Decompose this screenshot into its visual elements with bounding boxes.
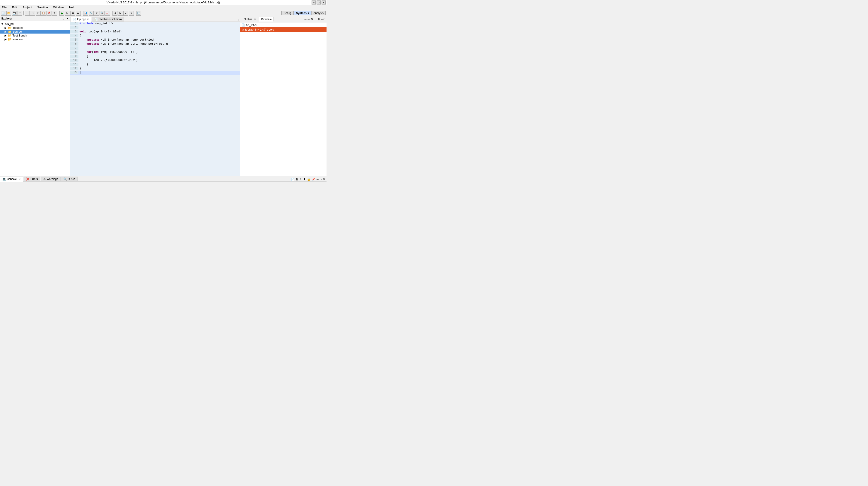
code-line-4: 4 { — [70, 34, 240, 38]
toolbar: 📄 📂 💾 🗃 ↩ ↪ ✂ 📋 📌 🗑 ▶ ▷ ⏹ ⏭ 📊 🔧 ⚙ 🔍 📈 ◀ … — [0, 10, 327, 16]
code-line-6: 6 #pragma HLS interface ap_ctrl_none por… — [70, 42, 240, 46]
toolbar-undo[interactable]: ↩ — [25, 11, 30, 15]
explorer-close-icon[interactable]: ✕ — [66, 17, 69, 20]
outline-tab-close[interactable]: ✕ — [254, 18, 256, 21]
tree-item-solution[interactable]: ▶ 📂 solution — [0, 37, 70, 41]
toolbar-build[interactable]: ▶ — [59, 11, 64, 15]
toolbar-sep3 — [82, 11, 82, 15]
menu-window[interactable]: Window — [52, 5, 65, 9]
code-editor[interactable]: 1 #include <ap_int.h> 2 3 void top(ap_in… — [70, 22, 240, 176]
outline-panel-btn5[interactable]: ⊞ — [317, 18, 320, 21]
menu-solution[interactable]: Solution — [36, 5, 49, 9]
menu-project[interactable]: Project — [22, 5, 32, 9]
bottom-btn7[interactable]: ─ — [316, 177, 319, 181]
outline-item-ap_int_h[interactable]: 📄 ap_int.h — [240, 23, 327, 27]
code-line-13: 13 | — [70, 71, 240, 75]
includes-expand-icon: ▶ — [4, 26, 7, 29]
outline-panel-btn2[interactable]: ⇐ — [308, 18, 310, 21]
explorer-panel: Explorer ⇄ ✕ ▼ hls_prj ▶ 📂 Includes ▶ 📁 — [0, 16, 70, 176]
explorer-header: Explorer ⇄ ✕ — [0, 16, 70, 21]
hls_prj-expand-icon: ▼ — [1, 23, 4, 26]
tree-item-source[interactable]: ▶ 📁 Source — [0, 30, 70, 34]
outline-item-top-func[interactable]: ⚙ top(ap_int<1>&) : void — [240, 27, 327, 32]
toolbar-refresh[interactable]: 🔄 — [136, 11, 141, 15]
outline-panel: Outline ✕ Directive ⇒ ⇐ ⚙ ☰ ⊞ ─ □ 📄 ap_i… — [240, 16, 327, 176]
outline-panel-btn6[interactable]: ─ — [321, 18, 323, 21]
toolbar-redo[interactable]: ↪ — [30, 11, 35, 15]
bottom-controls: 📄 🗑 ⬆ ⬇ 🔒 📌 ─ □ ✕ — [290, 177, 327, 181]
tab-synthesis[interactable]: 📊 Synthesis(solution) — [92, 17, 124, 22]
bottom-btn1[interactable]: 📄 — [290, 177, 295, 181]
tree-item-hls_prj[interactable]: ▼ hls_prj — [0, 22, 70, 26]
debug-button[interactable]: Debug — [281, 11, 293, 15]
toolbar-step[interactable]: ⏭ — [76, 11, 81, 15]
explorer-tree: ▼ hls_prj ▶ 📂 Includes ▶ 📁 Source ▶ 📂 Te… — [0, 21, 70, 176]
editor-area: 📄 top.cpp ✕ 📊 Synthesis(solution) ─ □ 1 … — [70, 16, 240, 176]
bottom-btn9[interactable]: ✕ — [322, 177, 326, 181]
toolbar-copy[interactable]: 📋 — [41, 11, 46, 15]
bottom-btn4[interactable]: ⬇ — [303, 177, 306, 181]
toolbar-btn3[interactable]: ⚙ — [94, 11, 99, 15]
tree-item-testbench[interactable]: ▶ 📂 Test Bench — [0, 34, 70, 37]
bottom-btn6[interactable]: 📌 — [311, 177, 316, 181]
tab-top-cpp-close[interactable]: ✕ — [87, 18, 89, 21]
tab-console[interactable]: 💻 Console ✕ — [0, 176, 23, 182]
toolbar-save[interactable]: 💾 — [12, 11, 17, 15]
solution-expand-icon: ▶ — [4, 38, 7, 41]
tab-top-cpp[interactable]: 📄 top.cpp ✕ — [70, 17, 91, 22]
toolbar-delete[interactable]: 🗑 — [52, 11, 57, 15]
tab-outline[interactable]: Outline ✕ — [242, 17, 258, 22]
solution-folder-icon: 📂 — [8, 38, 11, 41]
outline-panel-btn1[interactable]: ⇒ — [304, 18, 307, 21]
editor-min-button[interactable]: ─ — [233, 18, 236, 22]
bottom-btn3[interactable]: ⬆ — [299, 177, 303, 181]
bottom-btn8[interactable]: □ — [319, 177, 322, 181]
menu-edit[interactable]: Edit — [11, 5, 18, 9]
analysis-button[interactable]: Analysis — [311, 11, 326, 15]
outline-panel-btn3[interactable]: ⚙ — [311, 18, 313, 21]
testbench-folder-icon: 📂 — [8, 34, 11, 37]
line-content-1: #include <ap_int.h> — [79, 22, 240, 25]
tab-drcs[interactable]: 🔍 DRCs — [61, 176, 78, 181]
toolbar-next[interactable]: ▶ — [118, 11, 123, 15]
toolbar-btn5[interactable]: 📈 — [105, 11, 110, 15]
toolbar-save-all[interactable]: 🗃 — [17, 11, 22, 15]
maximize-button[interactable]: □ — [316, 0, 321, 4]
menu-help[interactable]: Help — [68, 5, 76, 9]
tab-synthesis-label: Synthesis(solution) — [99, 18, 122, 21]
console-tab-close[interactable]: ✕ — [19, 178, 21, 181]
testbench-expand-icon: ▶ — [4, 34, 7, 37]
tab-warnings[interactable]: ⚠ Warnings — [41, 176, 61, 181]
toolbar-open[interactable]: 📂 — [6, 11, 11, 15]
code-line-9: 9 { — [70, 55, 240, 59]
toolbar-down[interactable]: ▼ — [129, 11, 134, 15]
toolbar-stop[interactable]: ⏹ — [70, 11, 75, 15]
tab-errors[interactable]: ❌ Errors — [24, 176, 40, 181]
toolbar-new[interactable]: 📄 — [1, 11, 6, 15]
console-tab-icon: 💻 — [2, 177, 6, 181]
toolbar-cut[interactable]: ✂ — [36, 11, 40, 15]
console-content[interactable]: Vivado HLS Console ****** Vivado v2017.4… — [0, 182, 327, 182]
code-line-1: 1 #include <ap_int.h> — [70, 22, 240, 26]
toolbar-up[interactable]: ▲ — [123, 11, 128, 15]
explorer-sync-icon[interactable]: ⇄ — [63, 17, 65, 20]
toolbar-prev[interactable]: ◀ — [113, 11, 118, 15]
close-button[interactable]: ✕ — [321, 0, 326, 4]
toolbar-run[interactable]: ▷ — [65, 11, 70, 15]
editor-max-button[interactable]: □ — [237, 18, 239, 22]
toolbar-btn2[interactable]: 🔧 — [89, 11, 94, 15]
source-expand-icon: ▶ — [4, 30, 7, 33]
bottom-btn5[interactable]: 🔒 — [307, 177, 311, 181]
outline-panel-btn4[interactable]: ☰ — [314, 18, 316, 21]
minimize-button[interactable]: ─ — [312, 0, 316, 4]
tab-directive[interactable]: Directive — [259, 17, 274, 22]
synthesis-button[interactable]: Synthesis — [294, 11, 311, 15]
menu-file[interactable]: File — [1, 5, 7, 9]
toolbar-btn4[interactable]: 🔍 — [99, 11, 104, 15]
outline-panel-btn7[interactable]: □ — [323, 18, 325, 21]
toolbar-btn1[interactable]: 📊 — [83, 11, 88, 15]
bottom-btn2[interactable]: 🗑 — [295, 177, 299, 181]
toolbar-paste[interactable]: 📌 — [46, 11, 52, 15]
code-line-5: 5 #pragma HLS interface ap_none port=led — [70, 38, 240, 42]
tree-item-includes[interactable]: ▶ 📂 Includes — [0, 26, 70, 30]
